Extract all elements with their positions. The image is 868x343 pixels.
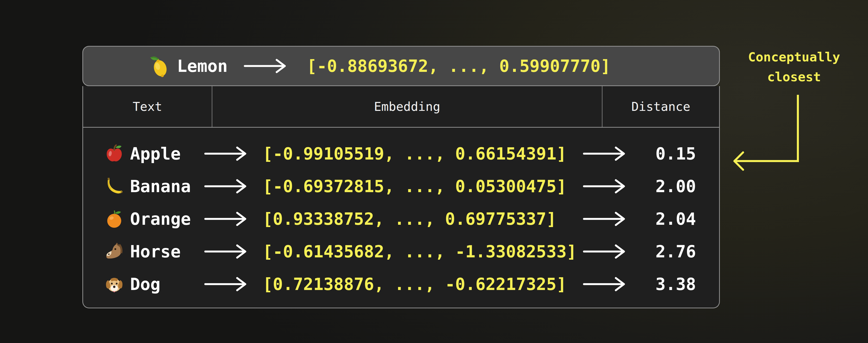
row-distance: 2.00: [632, 177, 719, 196]
row-label: Orange: [130, 209, 191, 229]
right-arrow-icon: [204, 146, 253, 162]
row-distance: 2.76: [632, 242, 719, 262]
annotation-elbow-arrow-icon: [728, 91, 802, 175]
right-arrow-icon: [583, 146, 631, 162]
column-header-embedding: Embedding: [212, 86, 602, 127]
embedding-table: Text Embedding Distance Apple: [82, 86, 720, 308]
right-arrow-icon: [244, 58, 292, 74]
right-arrow-icon: [583, 211, 631, 227]
query-bar: Lemon [-0.88693672, ..., 0.59907770]: [82, 46, 720, 86]
row-distance: 2.04: [632, 209, 719, 229]
row-embedding: [-0.69372815, ..., 0.05300475]: [255, 177, 583, 196]
horse-icon: [104, 242, 124, 261]
row-label: Banana: [130, 177, 191, 196]
right-arrow-icon: [204, 276, 253, 292]
lemon-icon: [148, 54, 172, 78]
table-header-row: Text Embedding Distance: [83, 86, 719, 128]
row-embedding: [-0.99105519, ..., 0.66154391]: [255, 144, 583, 164]
table-row: Orange [0.93338752, ..., 0.69775337] 2.0…: [83, 203, 719, 235]
row-embedding: [0.72138876, ..., -0.62217325]: [255, 274, 583, 294]
query-embedding: [-0.88693672, ..., 0.59907770]: [307, 56, 611, 76]
row-label: Horse: [130, 242, 181, 262]
table-row: Apple [-0.99105519, ..., 0.66154391] 0.1…: [83, 137, 719, 170]
banana-icon: [104, 177, 124, 196]
right-arrow-icon: [204, 211, 253, 227]
apple-icon: [104, 144, 124, 163]
right-arrow-icon: [583, 244, 631, 260]
row-label: Apple: [130, 144, 181, 164]
column-header-text: Text: [83, 86, 212, 127]
right-arrow-icon: [204, 244, 253, 260]
table-body: Apple [-0.99105519, ..., 0.66154391] 0.1…: [83, 128, 719, 301]
query-label: Lemon: [177, 56, 228, 76]
dog-icon: [104, 274, 124, 294]
column-header-distance: Distance: [602, 86, 719, 127]
embedding-diagram: Lemon [-0.88693672, ..., 0.59907770] Tex…: [0, 0, 868, 343]
table-row: Banana [-0.69372815, ..., 0.05300475] 2.…: [83, 170, 719, 203]
orange-icon: [104, 209, 124, 229]
right-arrow-icon: [204, 178, 253, 194]
table-row: Dog [0.72138876, ..., -0.62217325] 3.38: [83, 268, 719, 301]
row-distance: 0.15: [632, 144, 719, 164]
right-arrow-icon: [583, 178, 631, 194]
right-arrow-icon: [583, 276, 631, 292]
annotation-label: Conceptually closest: [740, 47, 848, 87]
row-distance: 3.38: [632, 274, 719, 294]
table-row: Horse [-0.61435682, ..., -1.33082533] 2.…: [83, 235, 719, 268]
row-embedding: [-0.61435682, ..., -1.33082533]: [255, 242, 583, 262]
row-label: Dog: [130, 274, 160, 294]
row-embedding: [0.93338752, ..., 0.69775337]: [255, 209, 583, 229]
